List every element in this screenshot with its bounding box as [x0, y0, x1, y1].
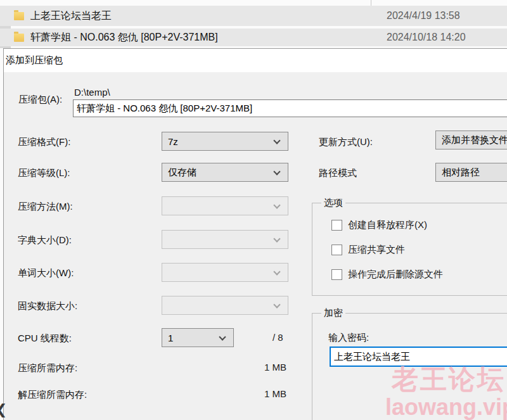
solid-size-label: 固实数据大小: — [18, 300, 77, 312]
dialog-titlebar: 添加到压缩包 — [4, 49, 507, 72]
format-value: 7z — [168, 136, 178, 147]
chevron-down-icon — [273, 137, 280, 144]
checkbox-icon[interactable] — [331, 269, 342, 280]
cpu-threads-max: / 8 — [273, 332, 283, 343]
file-name: 轩萧学姐 - NO.063 怨仇 [80P+2V-371MB] — [30, 31, 218, 44]
format-label: 压缩格式(F): — [18, 136, 70, 148]
file-explorer-background: 上老王论坛当老王 2024/4/19 13:58 轩萧学姐 - NO.063 怨… — [0, 0, 507, 48]
compress-shared-checkbox-row[interactable]: 压缩共享文件 — [331, 244, 405, 256]
column-divider — [371, 0, 371, 6]
cpu-threads-value: 1 — [168, 333, 173, 343]
word-size-combo — [162, 263, 288, 282]
file-row[interactable]: 上老王论坛当老王 2024/4/19 13:58 — [0, 6, 507, 26]
password-label: 输入密码: — [328, 331, 369, 344]
path-mode-value: 相对路径 — [442, 167, 480, 179]
encryption-group-title: 加密 — [321, 307, 345, 319]
path-mode-combo[interactable]: 相对路径 — [435, 163, 507, 182]
chevron-down-icon — [273, 301, 280, 308]
delete-source-label: 操作完成后删除源文件 — [348, 269, 443, 281]
method-label: 压缩方法(M): — [18, 200, 73, 213]
word-size-label: 单词大小(W): — [18, 267, 74, 279]
memory-decompress-label: 解压缩所需内存: — [18, 388, 87, 401]
format-combo[interactable]: 7z — [162, 132, 288, 151]
folder-icon — [14, 12, 24, 20]
create-sfx-checkbox-row[interactable]: 创建自释放程序(X) — [331, 219, 427, 231]
file-date: 2024/10/18 14:20 — [387, 32, 466, 43]
update-mode-label: 更新方式(U): — [319, 136, 373, 148]
folder-icon — [14, 34, 24, 42]
password-input[interactable] — [330, 347, 507, 367]
archive-directory: D:\temp\ — [74, 86, 110, 99]
add-to-archive-dialog: 添加到压缩包 压缩包(A): D:\temp\ 压缩格式(F): 7z 压缩等级… — [3, 48, 507, 420]
archive-label: 压缩包(A): — [18, 93, 62, 106]
level-combo[interactable]: 仅存储 — [162, 163, 288, 182]
chevron-down-icon — [219, 333, 226, 340]
file-row[interactable]: 轩萧学姐 - NO.063 怨仇 [80P+2V-371MB] 2024/10/… — [0, 29, 507, 46]
file-date: 2024/4/19 13:58 — [387, 10, 460, 22]
options-group-title: 选项 — [321, 197, 345, 209]
path-mode-label: 路径模式 — [319, 167, 357, 179]
update-mode-value: 添加并替换文件 — [442, 134, 507, 146]
dictionary-label: 字典大小(D): — [18, 234, 72, 246]
checkbox-icon[interactable] — [331, 245, 342, 255]
level-value: 仅存储 — [168, 167, 196, 179]
chevron-left-icon[interactable]: ❮ — [0, 402, 7, 418]
method-combo — [162, 196, 288, 215]
delete-source-checkbox-row[interactable]: 操作完成后删除源文件 — [331, 269, 443, 281]
chevron-down-icon — [273, 235, 280, 242]
chevron-down-icon — [273, 201, 280, 208]
archive-name-input[interactable] — [73, 99, 507, 117]
dialog-title: 添加到压缩包 — [6, 54, 63, 67]
chevron-down-icon — [273, 168, 280, 175]
checkbox-icon[interactable] — [331, 220, 342, 231]
file-name: 上老王论坛当老王 — [30, 10, 112, 23]
memory-compress-value: 1 MB — [236, 362, 286, 372]
memory-compress-label: 压缩所需内存: — [18, 362, 77, 374]
compress-shared-label: 压缩共享文件 — [348, 244, 405, 256]
cpu-threads-label: CPU 线程数: — [18, 332, 72, 345]
level-label: 压缩等级(L): — [18, 167, 70, 179]
memory-decompress-value: 1 MB — [236, 388, 286, 399]
solid-size-combo — [162, 296, 288, 315]
cpu-threads-combo[interactable]: 1 — [162, 328, 234, 347]
create-sfx-label: 创建自释放程序(X) — [348, 219, 427, 231]
chevron-down-icon — [273, 268, 280, 275]
dictionary-combo — [162, 230, 288, 249]
update-mode-combo[interactable]: 添加并替换文件 — [435, 130, 507, 150]
